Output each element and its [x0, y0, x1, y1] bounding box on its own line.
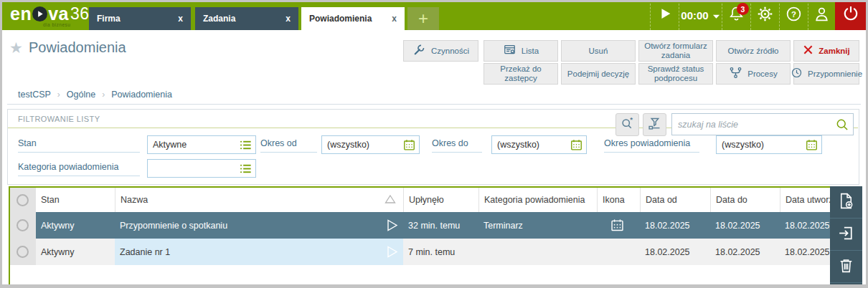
page-title: Powiadomienia	[29, 39, 126, 56]
breadcrumb-item-testcsp[interactable]: testCSP	[18, 90, 51, 100]
favorite-star-icon[interactable]: ★	[9, 39, 23, 57]
column-filter-button[interactable]	[643, 113, 666, 136]
tab-firma[interactable]: Firma x	[89, 7, 191, 30]
column-header-data-od[interactable]: Data od	[640, 188, 710, 212]
column-header-data-do[interactable]: Data do	[710, 188, 780, 212]
breadcrumb-item-ogolne[interactable]: Ogólne	[67, 90, 95, 100]
breadcrumb: testCSP › Ogólne › Powiadomienia	[18, 90, 172, 100]
column-header-ikona[interactable]: Ikona	[597, 188, 640, 212]
enova365-window: enva365 dla biznesu Firma x Zadania x Po…	[0, 0, 868, 288]
tab-zadania[interactable]: Zadania x	[195, 7, 298, 30]
enter-arrow-icon	[836, 224, 856, 246]
filter-input-kategoria[interactable]	[147, 159, 256, 178]
calendar-picker-icon	[570, 138, 583, 154]
cell-stan[interactable]: Aktywny	[36, 239, 115, 265]
cell-data-od[interactable]: 18.02.2025	[640, 212, 710, 239]
open-record-button[interactable]	[830, 219, 862, 251]
przypomnienie-button[interactable]: Przypomnienie	[793, 63, 859, 85]
button-label: Zamknij	[819, 47, 849, 56]
button-label: Przekaż do zastępcy	[487, 64, 555, 83]
button-label: Usuń	[589, 47, 608, 56]
breadcrumb-divider	[7, 104, 861, 105]
play-icon	[657, 6, 673, 24]
button-label: Przypomnienie	[808, 69, 862, 79]
work-timer[interactable]: 00:00	[679, 0, 722, 30]
filter-panel-title: FILTROWANIE LISTY	[18, 115, 100, 123]
search-icon[interactable]	[835, 117, 849, 135]
breadcrumb-item-powiadomienia[interactable]: Powiadomienia	[111, 90, 172, 100]
row-play-icon[interactable]	[385, 212, 400, 239]
otworz-zrodlo-button[interactable]: Otwórz źródło	[716, 40, 791, 62]
list-picker-icon	[239, 162, 253, 178]
cell-nazwa[interactable]: Przypomnienie o spotkaniu	[115, 212, 380, 239]
column-header-kategoria[interactable]: Kategoria powiadomienia	[478, 188, 597, 212]
czynnosci-button[interactable]: Czynności	[403, 40, 478, 62]
user-profile-button[interactable]	[808, 0, 835, 30]
sprawdz-status-podprocesu-button[interactable]: Sprawdź status podprocesu	[638, 63, 713, 85]
branch-icon	[729, 66, 742, 82]
new-tab-button[interactable]: +	[407, 7, 439, 30]
button-label: Procesy	[747, 69, 778, 79]
help-button[interactable]: ?	[779, 0, 808, 30]
otworz-formularz-zadania-button[interactable]: Otwórz formularz zadania	[638, 40, 713, 62]
enova365-logo: enva365	[10, 4, 99, 23]
advanced-search-button[interactable]: *	[615, 113, 639, 136]
delete-record-button[interactable]	[830, 251, 862, 283]
chevron-down-icon	[712, 9, 720, 21]
logout-button[interactable]	[835, 0, 866, 30]
button-label: Otwórz formularz zadania	[642, 42, 709, 60]
zamknij-button[interactable]: Zamknij	[793, 40, 859, 62]
sort-ascending-icon[interactable]	[385, 194, 396, 207]
cell-data-utworzenia[interactable]: 18.02.2025	[780, 212, 830, 239]
tab-close-icon[interactable]: x	[286, 14, 291, 24]
calendar-picker-icon	[402, 138, 416, 154]
select-all-radio[interactable]	[16, 194, 29, 206]
settings-button[interactable]	[750, 0, 779, 30]
filter-input-okres-do[interactable]: (wszystko)	[491, 135, 587, 154]
row-radio[interactable]	[16, 246, 29, 258]
tab-label: Zadania	[203, 14, 235, 24]
list-search-input[interactable]	[671, 113, 854, 135]
cell-data-do[interactable]: 18.02.2025	[710, 239, 780, 265]
start-button[interactable]	[650, 0, 679, 30]
tab-close-icon[interactable]: x	[178, 14, 183, 24]
button-label: Lista	[522, 47, 539, 56]
breadcrumb-separator: ›	[102, 90, 105, 100]
tab-close-icon[interactable]: x	[392, 14, 397, 24]
cell-uplynelo[interactable]: 7 min. temu	[403, 239, 478, 265]
przekaz-do-zastepcy-button[interactable]: Przekaż do zastępcy	[483, 63, 558, 85]
breadcrumb-separator: ›	[57, 90, 60, 100]
column-header-stan[interactable]: Stan	[36, 188, 115, 212]
cell-nazwa[interactable]: Zadanie nr 1	[115, 239, 380, 265]
podejmij-decyzje-button[interactable]: Podejmij decyzję	[561, 63, 636, 85]
column-header-nazwa[interactable]: Nazwa	[115, 188, 403, 212]
procesy-button[interactable]: Procesy	[716, 63, 791, 85]
timer-value: 00:00	[681, 9, 708, 21]
cell-data-do[interactable]: 18.02.2025	[710, 212, 780, 239]
column-header-uplynelo[interactable]: Upłynęło	[403, 188, 478, 212]
list-picker-icon	[239, 138, 253, 154]
cell-kategoria[interactable]	[478, 239, 597, 265]
button-label: Podejmij decyzję	[567, 69, 629, 79]
cell-data-utworzenia[interactable]: 18.02.2025	[780, 239, 830, 265]
column-header-data-utworzenia[interactable]: Data utworzenia	[780, 188, 830, 212]
row-play-icon[interactable]	[385, 239, 400, 265]
cell-uplynelo[interactable]: 32 min. temu	[403, 212, 478, 239]
filter-input-okres-od[interactable]: (wszystko)	[321, 135, 420, 154]
search-asterisk-icon: *	[620, 116, 635, 134]
tab-powiadomienia-active[interactable]: Powiadomienia x	[301, 7, 405, 30]
filter-input-stan[interactable]: Aktywne	[147, 135, 256, 154]
filter-label-okres-od: Okres od	[260, 138, 317, 153]
usun-button[interactable]: Usuń	[561, 40, 636, 62]
cell-kategoria[interactable]: Terminarz	[478, 212, 597, 239]
new-record-button[interactable]	[830, 186, 862, 219]
cell-data-od[interactable]: 18.02.2025	[640, 239, 710, 265]
row-radio[interactable]	[16, 219, 29, 231]
filter-input-okres-powiadomienia[interactable]: (wszystko)	[716, 135, 822, 154]
cell-stan[interactable]: Aktywny	[36, 212, 115, 239]
lista-button[interactable]: Lista	[483, 40, 558, 62]
notifications-count-badge: 3	[737, 3, 749, 15]
filter-value: (wszystko)	[497, 140, 539, 150]
top-bar: enva365 dla biznesu Firma x Zadania x Po…	[0, 0, 868, 30]
row-calendar-icon[interactable]	[603, 212, 631, 239]
